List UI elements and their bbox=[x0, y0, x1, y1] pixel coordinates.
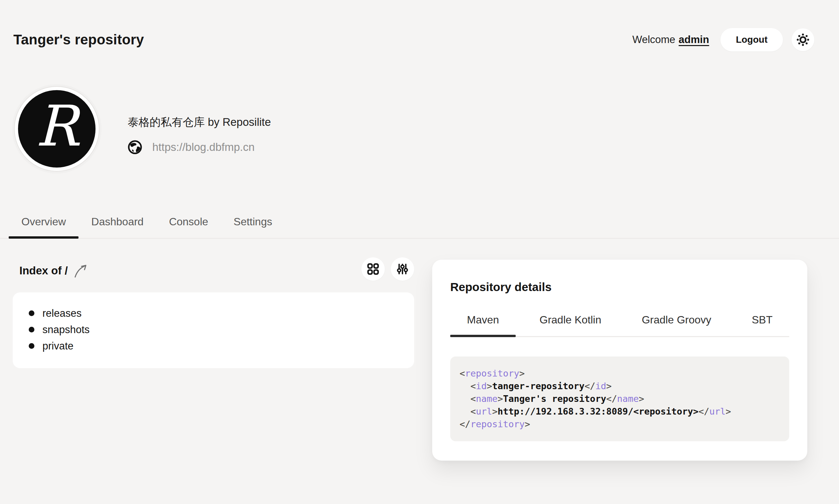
xml-bracket: > bbox=[726, 406, 731, 417]
theme-toggle-button[interactable] bbox=[791, 29, 814, 51]
xml-bracket: > bbox=[606, 381, 612, 391]
xml-tag-name: name bbox=[476, 394, 497, 404]
tab-dashboard[interactable]: Dashboard bbox=[78, 208, 156, 238]
xml-bracket: </ bbox=[459, 419, 471, 429]
globe-icon bbox=[127, 140, 142, 155]
build-tool-tabs: Maven Gradle Kotlin Gradle Groovy SBT bbox=[450, 311, 789, 337]
xml-text: tanger-repository bbox=[492, 381, 584, 391]
sun-icon bbox=[796, 33, 810, 47]
repository-avatar: R bbox=[15, 87, 99, 171]
file-browser: Index of / bbox=[13, 257, 414, 368]
welcome-text: Welcomeadmin bbox=[632, 34, 709, 46]
bullet-icon bbox=[29, 327, 34, 332]
navigate-up-arrow-icon[interactable] bbox=[72, 263, 88, 279]
repository-description: 泰格的私有仓库 by Reposilite bbox=[127, 115, 271, 130]
indent bbox=[459, 381, 471, 391]
website-url-link[interactable]: https://blog.dbfmp.cn bbox=[152, 141, 255, 154]
page-title: Tanger's repository bbox=[13, 32, 144, 48]
sliders-icon bbox=[396, 263, 409, 275]
main-content: Index of / bbox=[0, 239, 839, 461]
username-link[interactable]: admin bbox=[679, 34, 709, 46]
indent bbox=[459, 394, 471, 404]
maven-config-snippet: <repository> <id>tanger-repository</id> … bbox=[450, 357, 789, 441]
details-title: Repository details bbox=[450, 281, 789, 294]
xml-tag-name: name bbox=[617, 394, 639, 404]
xml-tag-name: id bbox=[595, 381, 606, 391]
website-row: https://blog.dbfmp.cn bbox=[127, 140, 271, 155]
xml-tag-name: url bbox=[476, 406, 492, 417]
tab-overview[interactable]: Overview bbox=[9, 208, 78, 238]
profile-info: 泰格的私有仓库 by Reposilite https://blog.dbfmp… bbox=[127, 87, 271, 171]
bullet-icon bbox=[29, 343, 34, 349]
xml-bracket: </ bbox=[698, 406, 710, 417]
xml-text: http://192.168.3.32:8089/<repository> bbox=[497, 406, 698, 417]
xml-bracket: > bbox=[492, 406, 497, 417]
list-item-snapshots[interactable]: snapshots bbox=[29, 321, 401, 338]
code-line: </repository> bbox=[459, 418, 780, 431]
index-title: Index of / bbox=[19, 264, 68, 277]
xml-bracket: < bbox=[471, 394, 476, 404]
tab-settings[interactable]: Settings bbox=[221, 208, 285, 238]
repository-profile: R 泰格的私有仓库 by Reposilite https://blog.dbf… bbox=[15, 87, 839, 171]
bullet-icon bbox=[29, 310, 34, 316]
top-bar: Tanger's repository Welcomeadmin Logout bbox=[0, 0, 839, 51]
code-line: <name>Tanger's repository</name> bbox=[459, 393, 780, 405]
tab-gradle-kotlin[interactable]: Gradle Kotlin bbox=[523, 311, 618, 336]
xml-tag-name: repository bbox=[471, 419, 525, 429]
avatar-letter: R bbox=[36, 98, 78, 154]
xml-bracket: < bbox=[459, 368, 465, 378]
code-line: <id>tanger-repository</id> bbox=[459, 380, 780, 393]
xml-bracket: > bbox=[497, 394, 503, 404]
grid-view-button[interactable] bbox=[361, 257, 385, 281]
xml-text: Tanger's repository bbox=[503, 394, 606, 404]
code-line: <url>http://192.168.3.32:8089/<repositor… bbox=[459, 405, 780, 418]
xml-tag-name: url bbox=[710, 406, 726, 417]
xml-bracket: </ bbox=[606, 394, 617, 404]
xml-bracket: < bbox=[471, 406, 476, 417]
list-item-private[interactable]: private bbox=[29, 338, 401, 354]
code-line: <repository> bbox=[459, 367, 780, 380]
indent bbox=[459, 406, 471, 417]
logout-button[interactable]: Logout bbox=[720, 28, 783, 51]
xml-bracket: > bbox=[487, 381, 492, 391]
directory-listing-card: releases snapshots private bbox=[13, 292, 414, 368]
xml-bracket: </ bbox=[584, 381, 595, 391]
xml-tag-name: id bbox=[476, 381, 487, 391]
browser-header: Index of / bbox=[13, 257, 414, 281]
xml-bracket: > bbox=[639, 394, 644, 404]
xml-tag-name: repository bbox=[465, 368, 519, 378]
xml-bracket: > bbox=[525, 419, 530, 429]
main-nav-tabs: Overview Dashboard Console Settings bbox=[0, 208, 839, 239]
tab-sbt[interactable]: SBT bbox=[735, 311, 789, 336]
browser-actions bbox=[361, 257, 414, 281]
repository-details-card: Repository details Maven Gradle Kotlin G… bbox=[432, 260, 807, 461]
list-item-releases[interactable]: releases bbox=[29, 305, 401, 321]
listing-label: snapshots bbox=[42, 324, 89, 336]
tab-console[interactable]: Console bbox=[156, 208, 221, 238]
xml-bracket: > bbox=[519, 368, 525, 378]
header-actions: Welcomeadmin Logout bbox=[632, 28, 814, 51]
listing-label: private bbox=[42, 340, 73, 352]
tab-gradle-groovy[interactable]: Gradle Groovy bbox=[625, 311, 728, 336]
welcome-label: Welcome bbox=[632, 34, 675, 46]
tab-maven[interactable]: Maven bbox=[450, 311, 516, 336]
xml-bracket: < bbox=[471, 381, 476, 391]
grid-icon bbox=[367, 263, 380, 275]
listing-label: releases bbox=[42, 307, 82, 320]
index-heading: Index of / bbox=[19, 261, 88, 277]
filter-button[interactable] bbox=[391, 257, 414, 281]
